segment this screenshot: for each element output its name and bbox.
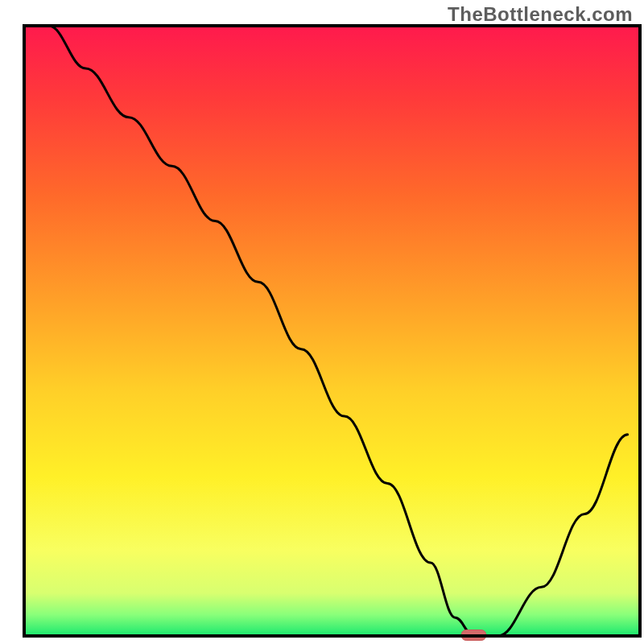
chart-canvas — [0, 0, 644, 644]
plot-background — [24, 26, 640, 636]
chart-frame: TheBottleneck.com — [0, 0, 644, 644]
